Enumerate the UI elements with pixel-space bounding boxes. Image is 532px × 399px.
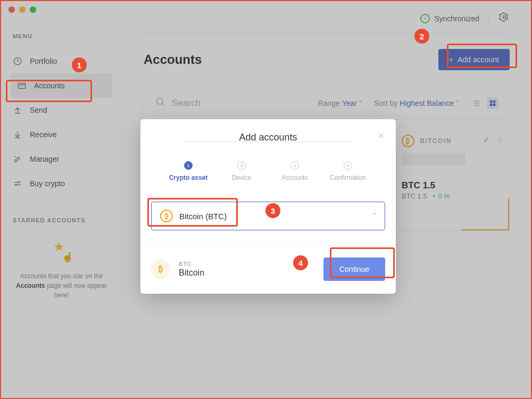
balance-main: BTC 1.5 bbox=[402, 180, 501, 191]
starred-hint-text: Accounts that you star on the Accounts p… bbox=[13, 271, 110, 300]
chevron-down-icon: ˅ bbox=[359, 100, 362, 107]
hint-pre: Accounts that you star on the bbox=[20, 272, 103, 280]
sidebar-item-label: Buy crypto bbox=[30, 179, 65, 188]
svg-rect-6 bbox=[490, 103, 493, 106]
traffic-zoom[interactable] bbox=[30, 6, 36, 13]
callout-box-3 bbox=[147, 198, 238, 227]
sidebar-item-label: Receive bbox=[30, 130, 57, 139]
stepper-line bbox=[183, 142, 353, 142]
callout-badge-3: 3 bbox=[265, 203, 280, 218]
topbar: ✓ Synchronized bbox=[144, 12, 510, 33]
sidebar-item-receive[interactable]: Receive bbox=[1, 122, 122, 147]
sort-filter[interactable]: Sort by Highest Balance ˅ bbox=[374, 99, 459, 107]
callout-box-4 bbox=[330, 247, 395, 278]
balance-sub-value: BTC 1.5 bbox=[402, 192, 427, 200]
upload-icon bbox=[13, 105, 22, 115]
chevron-down-icon: ˅ bbox=[456, 100, 459, 107]
close-icon[interactable]: × bbox=[378, 130, 384, 142]
callout-badge-1: 1 bbox=[72, 57, 87, 72]
starred-accounts-section: STARRED ACCOUNTS ★ ☝ Accounts that you s… bbox=[1, 196, 122, 300]
step-circle: 1 bbox=[184, 161, 193, 170]
sidebar-item-portfolio[interactable]: Portfolio bbox=[1, 49, 122, 73]
sidebar-item-label: Portfolio bbox=[30, 57, 57, 65]
step-circle: 2 bbox=[237, 161, 246, 170]
search-filter-bar: Search Range Year ˅ Sort by Highest Bala… bbox=[144, 86, 510, 120]
hint-bold: Accounts bbox=[16, 282, 45, 289]
coin-ticker: BTC bbox=[179, 261, 204, 267]
svg-point-2 bbox=[503, 16, 506, 19]
sparkline-chart bbox=[461, 198, 509, 230]
chevron-down-icon: ˅ bbox=[373, 212, 376, 220]
sync-label: Synchronized bbox=[434, 14, 479, 23]
sidebar-item-manager[interactable]: Manager bbox=[1, 147, 122, 171]
download-icon bbox=[13, 130, 22, 139]
callout-badge-4: 4 bbox=[293, 255, 308, 270]
tools-icon bbox=[13, 154, 22, 164]
coin-name: Bitcoin bbox=[179, 268, 204, 278]
bitcoin-icon: ₿ bbox=[402, 135, 414, 147]
card-actions: ✓ ☆ bbox=[483, 135, 504, 145]
callout-box-1 bbox=[6, 80, 92, 102]
sync-status: ✓ Synchronized bbox=[420, 14, 479, 23]
step-device: 2 Device bbox=[215, 161, 268, 181]
step-accounts: 3 Accounts bbox=[268, 161, 321, 181]
sort-value: Highest Balance bbox=[400, 99, 454, 107]
menu-section-label: MENU bbox=[1, 33, 122, 49]
step-circle: 4 bbox=[344, 161, 352, 170]
range-label: Range bbox=[318, 99, 340, 107]
search-placeholder: Search bbox=[172, 98, 201, 109]
coin-meta: BTC Bitcoin bbox=[179, 261, 204, 278]
gear-icon[interactable] bbox=[499, 12, 510, 25]
sidebar-item-label: Send bbox=[30, 106, 47, 114]
bitcoin-icon: ₿ bbox=[151, 260, 170, 279]
svg-rect-5 bbox=[493, 100, 496, 103]
starred-section-label: STARRED ACCOUNTS bbox=[13, 217, 110, 223]
check-icon: ✓ bbox=[483, 135, 490, 145]
callout-box-2 bbox=[447, 44, 517, 68]
balance-pct: + 0 % bbox=[432, 192, 450, 200]
balances: BTC 1.5 BTC 1.5 + 0 % bbox=[402, 180, 501, 200]
range-value: Year bbox=[342, 99, 357, 107]
view-toggle bbox=[471, 97, 498, 109]
sidebar: MENU Portfolio Accounts Send bbox=[1, 1, 122, 398]
filter-controls: Range Year ˅ Sort by Highest Balance ˅ bbox=[318, 97, 498, 109]
hint-post: page will now appear here! bbox=[45, 282, 107, 299]
window-traffic-lights bbox=[9, 6, 36, 13]
page-title: Accounts bbox=[144, 52, 202, 67]
swap-icon bbox=[13, 179, 22, 188]
step-crypto-asset: 1 Crypto asset bbox=[162, 161, 215, 181]
stepper: 1 Crypto asset 2 Device 3 Accounts 4 Con… bbox=[140, 143, 396, 191]
step-confirmation: 4 Confirmation bbox=[321, 161, 375, 181]
step-label: Accounts bbox=[281, 174, 307, 181]
step-label: Crypto asset bbox=[169, 174, 208, 181]
grid-view-icon[interactable] bbox=[487, 97, 498, 109]
callout-badge-2: 2 bbox=[414, 29, 429, 44]
step-label: Device bbox=[232, 174, 252, 181]
coin-ticker-label: BITCOIN bbox=[420, 137, 452, 145]
sidebar-item-buy-crypto[interactable]: Buy crypto bbox=[1, 171, 122, 196]
search-icon bbox=[155, 96, 165, 110]
sort-label: Sort by bbox=[374, 99, 397, 107]
traffic-close[interactable] bbox=[9, 6, 15, 13]
range-filter[interactable]: Range Year ˅ bbox=[318, 99, 362, 107]
star-outline-icon[interactable]: ☆ bbox=[496, 135, 504, 145]
svg-rect-7 bbox=[493, 103, 496, 106]
check-circle-icon: ✓ bbox=[420, 14, 430, 23]
traffic-minimize[interactable] bbox=[19, 6, 26, 13]
svg-point-3 bbox=[156, 98, 163, 104]
clock-icon bbox=[13, 56, 22, 66]
svg-rect-4 bbox=[490, 100, 493, 103]
divider bbox=[489, 13, 489, 24]
list-view-icon[interactable] bbox=[471, 97, 483, 109]
sidebar-item-label: Manager bbox=[30, 155, 59, 163]
search-input[interactable]: Search bbox=[155, 96, 307, 110]
step-circle: 3 bbox=[290, 161, 299, 170]
nav: Portfolio Accounts Send Receive bbox=[1, 49, 122, 196]
hand-pointer-icon: ☝ bbox=[62, 251, 73, 263]
account-name-placeholder bbox=[402, 153, 466, 165]
step-label: Confirmation bbox=[330, 174, 366, 181]
star-hand-illustration: ★ ☝ bbox=[50, 239, 73, 263]
bitcoin-account-card[interactable]: ₿ BITCOIN ✓ ☆ BTC 1.5 BTC 1.5 + 0 % bbox=[393, 124, 510, 231]
